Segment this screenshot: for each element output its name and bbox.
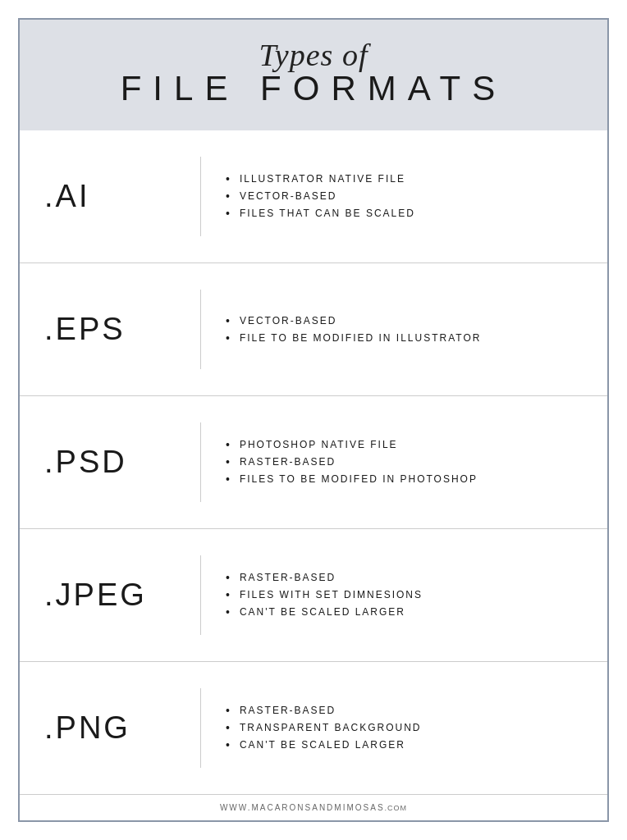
footer-text: WWW.MACARONSANDMIMOSAS	[220, 803, 385, 812]
header-main: FILE FORMATS	[121, 69, 507, 108]
bullet-item: VECTOR-BASED	[226, 313, 481, 330]
format-bullets: RASTER-BASEDTRANSPARENT BACKGROUNDCAN'T …	[226, 702, 422, 754]
bullet-item: RASTER-BASED	[226, 569, 423, 587]
format-bullets: VECTOR-BASEDFILE TO BE MODIFIED IN ILLUS…	[226, 313, 481, 347]
format-bullets: PHOTOSHOP NATIVE FILERASTER-BASEDFILES T…	[226, 436, 478, 488]
format-row: .JPEGRASTER-BASEDFILES WITH SET DIMNESIO…	[20, 529, 607, 662]
bullet-item: FILE TO BE MODIFIED IN ILLUSTRATOR	[226, 330, 481, 347]
format-extension: .JPEG	[44, 578, 176, 613]
card: Types of FILE FORMATS .AIILLUSTRATOR NAT…	[18, 18, 609, 822]
bullet-item: RASTER-BASED	[226, 454, 478, 471]
footer: WWW.MACARONSANDMIMOSAS.COM	[20, 794, 607, 820]
bullet-item: FILES THAT CAN BE SCALED	[226, 205, 415, 222]
format-row: .EPSVECTOR-BASEDFILE TO BE MODIFIED IN I…	[20, 263, 607, 396]
bullet-item: VECTOR-BASED	[226, 188, 415, 205]
format-divider	[200, 157, 201, 236]
format-row: .AIILLUSTRATOR NATIVE FILEVECTOR-BASEDFI…	[20, 130, 607, 263]
format-bullets: RASTER-BASEDFILES WITH SET DIMNESIONSCAN…	[226, 569, 423, 621]
format-bullets: ILLUSTRATOR NATIVE FILEVECTOR-BASEDFILES…	[226, 171, 415, 222]
format-divider	[200, 290, 201, 369]
format-row: .PNGRASTER-BASEDTRANSPARENT BACKGROUNDCA…	[20, 662, 607, 794]
rows-container: .AIILLUSTRATOR NATIVE FILEVECTOR-BASEDFI…	[20, 130, 607, 794]
format-extension: .PNG	[44, 710, 176, 746]
format-extension: .PSD	[44, 445, 176, 480]
bullet-item: PHOTOSHOP NATIVE FILE	[226, 436, 478, 454]
bullet-item: FILES WITH SET DIMNESIONS	[226, 587, 423, 604]
format-divider	[200, 422, 201, 502]
header-script: Types of	[259, 39, 368, 73]
format-extension: .AI	[44, 179, 176, 214]
bullet-item: FILES TO BE MODIFED IN PHOTOSHOP	[226, 471, 478, 488]
format-divider	[200, 688, 201, 768]
bullet-item: RASTER-BASED	[226, 702, 422, 719]
format-divider	[200, 555, 201, 635]
header: Types of FILE FORMATS	[20, 20, 607, 130]
bullet-item: ILLUSTRATOR NATIVE FILE	[226, 171, 415, 188]
bullet-item: CAN'T BE SCALED LARGER	[226, 737, 422, 754]
bullet-item: CAN'T BE SCALED LARGER	[226, 604, 423, 621]
format-row: .PSDPHOTOSHOP NATIVE FILERASTER-BASEDFIL…	[20, 396, 607, 529]
bullet-item: TRANSPARENT BACKGROUND	[226, 719, 422, 737]
format-extension: .EPS	[44, 312, 176, 347]
footer-suffix: .COM	[385, 804, 408, 812]
